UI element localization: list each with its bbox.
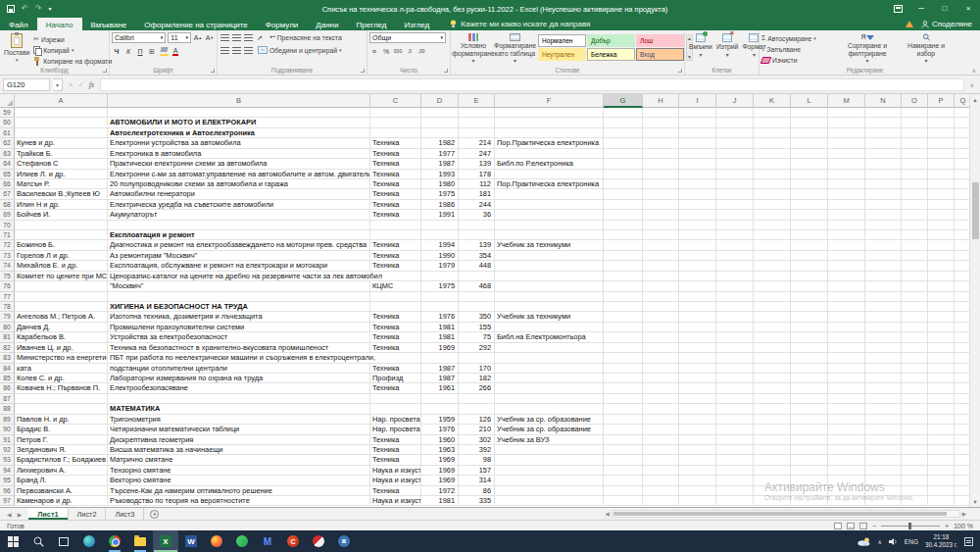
cell-E67[interactable]: 181 [459,189,495,199]
fill-button[interactable]: Запълване [761,44,836,54]
cell-E65[interactable]: 178 [459,170,495,179]
cell-G61[interactable] [604,128,643,138]
cell-B62[interactable]: Електронни устройства за автомобила [108,138,370,148]
cell-C91[interactable]: Техника [370,435,421,445]
cell-B68[interactable]: Електрическа уредба на съветските автомо… [108,200,370,210]
cell-L68[interactable] [791,200,828,210]
ribbon-display-options-icon[interactable] [886,0,909,18]
cell-G84[interactable] [604,364,643,374]
cell-H73[interactable] [643,251,679,261]
cell-A61[interactable] [15,128,108,138]
cell-M71[interactable] [828,230,865,240]
cell-M89[interactable] [828,415,865,425]
cell-B61[interactable]: Автоелектротехника и Автоелектроника [108,128,370,138]
cell-F88[interactable] [495,404,604,414]
cell-C84[interactable]: Техника [370,364,421,374]
cell-C60[interactable] [370,118,421,127]
cell-L65[interactable] [791,170,828,179]
number-dialog-launcher[interactable] [444,69,448,73]
cell-J95[interactable] [716,476,754,485]
cell-H95[interactable] [643,476,679,485]
cell-A64[interactable]: Стефанов С [15,159,108,169]
align-middle-button[interactable] [231,32,241,42]
cell-G87[interactable] [604,394,643,404]
cell-N59[interactable] [865,108,902,118]
cell-E91[interactable]: 302 [459,435,495,445]
cell-B77[interactable] [108,292,370,302]
cell-O75[interactable] [902,272,928,281]
cell-D70[interactable] [421,221,459,230]
cell-G72[interactable] [604,240,643,250]
cell-K61[interactable] [754,128,791,138]
cell-H97[interactable] [643,496,679,506]
cell-H66[interactable] [643,179,679,189]
cell-M90[interactable] [828,425,865,434]
cell-M83[interactable] [828,353,865,363]
sheet-tab-0[interactable]: Лист1 [28,508,68,520]
cell-F95[interactable] [495,476,604,485]
cell-O78[interactable] [902,302,928,312]
row-header-72[interactable]: 72 [0,240,15,250]
cell-M73[interactable] [828,251,865,261]
cell-C66[interactable]: Техника [370,179,421,189]
cell-M62[interactable] [828,138,865,148]
cell-P82[interactable] [928,343,955,353]
cell-L63[interactable] [791,149,828,159]
row-header-90[interactable]: 90 [0,425,15,434]
cell-F76[interactable] [495,281,604,291]
cell-C94[interactable]: Наука и изкуство [370,466,421,476]
cell-B93[interactable]: Матрично смятане [108,455,370,465]
cell-K70[interactable] [754,221,791,230]
paste-button[interactable]: Постави [2,32,31,64]
cell-F68[interactable] [495,200,604,210]
cell-P65[interactable] [928,170,955,179]
cell-style-1[interactable]: Добър [587,34,635,47]
cell-N70[interactable] [865,221,902,230]
cell-F63[interactable] [495,149,604,159]
alignment-dialog-launcher[interactable] [361,69,365,73]
cell-A96[interactable]: Первозвански А. [15,486,108,496]
cell-M87[interactable] [828,394,865,404]
cell-I81[interactable] [679,332,716,342]
cell-M69[interactable] [828,210,865,220]
cell-H96[interactable] [643,486,679,496]
cell-A87[interactable] [15,394,108,404]
cell-K69[interactable] [754,210,791,220]
cell-E93[interactable]: 98 [459,455,495,465]
cell-E96[interactable]: 86 [459,486,495,496]
cell-H83[interactable] [643,353,679,363]
row-header-84[interactable]: 84 [0,364,15,374]
cell-M63[interactable] [828,149,865,159]
cell-K67[interactable] [754,189,791,199]
cell-B76[interactable]: "Москвич" [108,281,370,291]
cell-K78[interactable] [754,302,791,312]
hscroll-right-icon[interactable]: ▶ [962,511,966,517]
cell-D79[interactable]: 1976 [421,312,459,322]
cell-N81[interactable] [865,332,902,342]
cell-J70[interactable] [716,221,754,230]
cell-M70[interactable] [828,221,865,230]
cell-E69[interactable]: 36 [459,210,495,220]
cell-F79[interactable]: Учебник за техникуми [495,312,604,322]
cell-B67[interactable]: Автомобилни генератори [108,189,370,199]
cell-F87[interactable] [495,394,604,404]
cell-K84[interactable] [754,364,791,374]
cell-E82[interactable]: 292 [459,343,495,353]
cell-J72[interactable] [716,240,754,250]
language-indicator[interactable]: ENG [905,538,918,545]
cell-O60[interactable] [902,118,928,127]
cell-N93[interactable] [865,455,902,465]
cell-G81[interactable] [604,332,643,342]
cell-C74[interactable]: Техника [370,261,421,271]
taskbar-file-explorer[interactable] [127,530,153,552]
cell-I88[interactable] [679,404,716,414]
cell-O59[interactable] [902,108,928,118]
cell-G93[interactable] [604,455,643,465]
cell-N78[interactable] [865,302,902,312]
cell-G78[interactable] [604,302,643,312]
cell-G66[interactable] [604,179,643,189]
cell-H78[interactable] [643,302,679,312]
cell-H76[interactable] [643,281,679,291]
cell-D83[interactable] [421,353,459,363]
sort-filter-button[interactable]: Сортиране и филтриране [836,32,899,66]
